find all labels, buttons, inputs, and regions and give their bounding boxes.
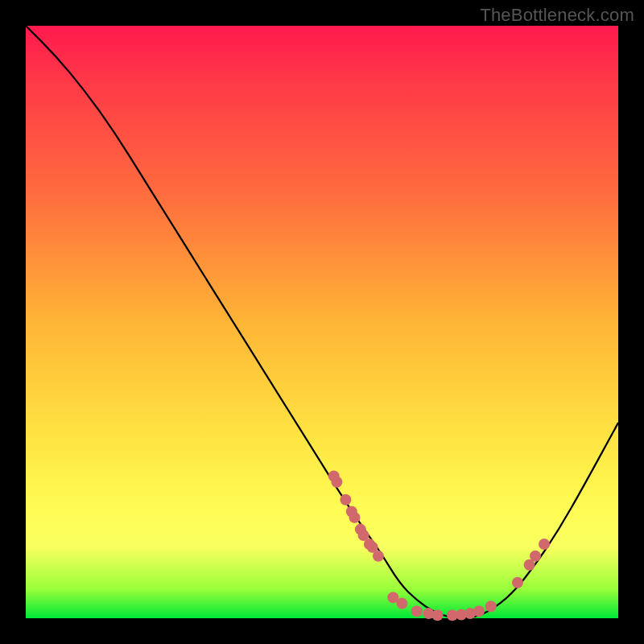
curve-layer	[26, 26, 618, 618]
data-point	[411, 605, 423, 617]
data-point	[349, 512, 361, 523]
data-point	[530, 551, 541, 562]
data-points	[328, 470, 550, 621]
data-point	[539, 539, 550, 550]
data-point	[432, 609, 444, 621]
data-point	[340, 494, 351, 506]
data-point	[485, 601, 497, 612]
data-point	[396, 598, 407, 609]
watermark-text: TheBottleneck.com	[480, 5, 634, 26]
data-point	[473, 605, 485, 617]
plot-area	[26, 26, 618, 618]
data-point	[512, 577, 523, 588]
data-point	[331, 477, 342, 488]
chart-frame: TheBottleneck.com	[0, 0, 644, 644]
bottleneck-curve	[26, 26, 618, 618]
data-point	[373, 551, 384, 562]
